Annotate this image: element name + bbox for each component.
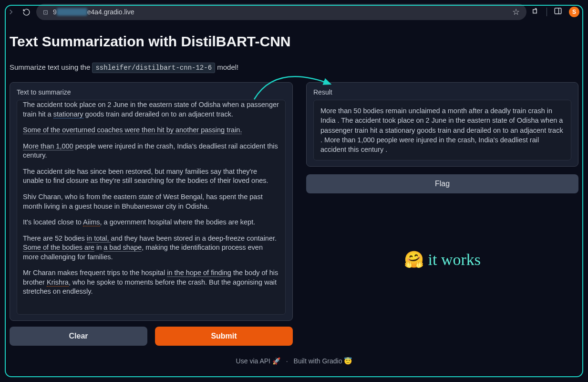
submit-button[interactable]: Submit <box>155 327 293 346</box>
page-title: Text Summarization with DistilBART-CNN <box>10 33 578 50</box>
input-label: Text to summarize <box>17 88 286 96</box>
profile-avatar[interactable]: S <box>569 7 579 17</box>
gradio-link[interactable]: Built with Gradio 😇 <box>294 357 352 365</box>
model-name-code: sshleifer/distilbart-cnn-12-6 <box>92 63 215 73</box>
flag-button[interactable]: Flag <box>306 174 578 193</box>
page-subtitle: Summarize text using the sshleifer/disti… <box>10 63 578 72</box>
bookmark-icon[interactable]: ☆ <box>512 7 520 17</box>
api-link[interactable]: Use via API 🚀 <box>236 357 280 365</box>
result-text: More than 50 bodies remain unclaimed a m… <box>313 100 571 160</box>
svg-rect-0 <box>555 8 561 14</box>
output-label: Result <box>313 88 571 96</box>
side-panel-icon[interactable] <box>554 7 562 18</box>
forward-icon[interactable] <box>6 7 16 17</box>
app-content: Text Summarization with DistilBART-CNN S… <box>0 24 588 370</box>
annotation-text: 🤗 it works <box>306 250 578 269</box>
browser-chrome: ⊡ 9 e4a4.gradio.live ☆ S <box>0 0 588 24</box>
footer: Use via API 🚀 · Built with Gradio 😇 <box>10 357 578 365</box>
extensions-icon[interactable] <box>531 7 540 18</box>
text-input[interactable]: The accident took place on 2 June in the… <box>17 100 286 315</box>
input-panel: Text to summarize The accident took plac… <box>10 82 293 321</box>
reload-icon[interactable] <box>21 7 31 17</box>
url-text: 9 e4a4.gradio.live <box>53 8 134 16</box>
site-info-icon[interactable]: ⊡ <box>43 9 48 16</box>
divider <box>547 8 547 16</box>
clear-button[interactable]: Clear <box>10 327 147 346</box>
output-panel: Result More than 50 bodies remain unclai… <box>306 82 578 167</box>
url-bar[interactable]: ⊡ 9 e4a4.gradio.live ☆ <box>36 4 526 20</box>
